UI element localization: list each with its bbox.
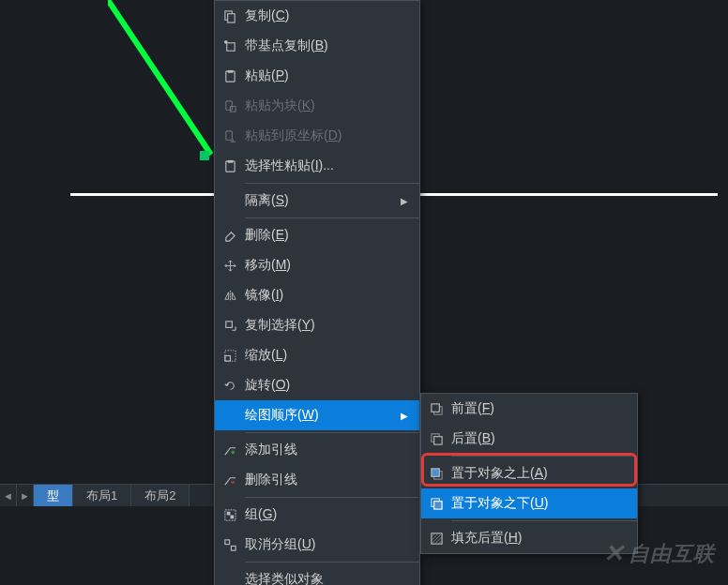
menu-move[interactable]: 移动(M) (215, 250, 419, 280)
menu-copy[interactable]: 复制(C) (215, 1, 419, 31)
add-leader-icon (215, 443, 245, 458)
menu-label: 删除引线 (245, 472, 408, 488)
menu-draw-order[interactable]: 绘图顺序(W) ▶ (215, 400, 419, 430)
menu-separator (245, 562, 419, 562)
watermark-x-icon: ✕ (603, 539, 625, 568)
menu-group[interactable]: 组(G) (215, 500, 419, 530)
menu-label: 隔离(S) (245, 192, 393, 209)
menu-label: 粘贴到原坐标(D) (245, 128, 408, 144)
svg-rect-9 (225, 130, 232, 139)
svg-rect-19 (224, 539, 229, 544)
svg-rect-28 (433, 501, 441, 508)
svg-rect-13 (224, 355, 230, 361)
menu-mirror[interactable]: 镜像(I) (215, 280, 419, 310)
menu-label: 复制选择(Y) (245, 317, 408, 334)
svg-rect-20 (231, 546, 235, 550)
group-icon (215, 508, 245, 522)
submenu-above-object[interactable]: 置于对象之上(A) (421, 458, 637, 488)
svg-rect-7 (225, 100, 232, 109)
below-object-icon (421, 497, 451, 511)
svg-rect-3 (226, 42, 234, 50)
menu-paste-orig: 粘贴到原坐标(D) (215, 121, 419, 151)
draw-order-submenu: 前置(F) 后置(B) 置于对象之上(A) 置于对象之下(U) 填充后置(H) (420, 393, 638, 554)
menu-scale[interactable]: 缩放(L) (215, 340, 419, 370)
menu-ungroup[interactable]: 取消分组(U) (215, 530, 419, 560)
copy-select-icon (215, 319, 245, 333)
svg-rect-26 (431, 468, 438, 475)
hatch-back-icon (421, 532, 451, 546)
move-icon (215, 259, 245, 273)
svg-rect-17 (226, 511, 230, 515)
rotate-icon (215, 379, 245, 393)
paste-icon (215, 69, 245, 83)
menu-label: 镜像(I) (245, 287, 408, 304)
menu-add-leader[interactable]: 添加引线 (215, 435, 419, 465)
menu-label: 删除(E) (245, 227, 408, 244)
menu-separator (451, 456, 637, 457)
mirror-icon (215, 289, 245, 303)
menu-label: 选择性粘贴(I)... (245, 158, 408, 174)
menu-select-similar[interactable]: 选择类似对象 (215, 564, 419, 585)
submenu-arrow-icon: ▶ (401, 196, 408, 206)
menu-isolate[interactable]: 隔离(S) ▶ (215, 186, 419, 216)
svg-rect-6 (227, 69, 233, 72)
watermark: ✕ 自由互联 (603, 539, 715, 568)
menu-paste[interactable]: 粘贴(P) (215, 61, 419, 91)
menu-label: 取消分组(U) (245, 536, 408, 553)
paste-special-icon (215, 159, 245, 173)
send-back-icon (421, 432, 451, 446)
menu-label: 带基点复制(B) (245, 38, 408, 54)
menu-separator (451, 520, 637, 521)
paste-orig-icon (215, 129, 245, 143)
menu-copy-select[interactable]: 复制选择(Y) (215, 310, 419, 340)
watermark-text: 自由互联 (629, 540, 715, 568)
svg-rect-22 (431, 403, 438, 411)
menu-separator (245, 218, 419, 218)
menu-label: 旋转(O) (245, 377, 408, 394)
menu-separator (245, 183, 419, 184)
menu-label: 移动(M) (245, 257, 408, 274)
submenu-send-back[interactable]: 后置(B) (421, 424, 637, 454)
menu-copy-basepoint[interactable]: 带基点复制(B) (215, 31, 419, 61)
svg-rect-2 (227, 13, 235, 22)
context-menu: 复制(C) 带基点复制(B) 粘贴(P) 粘贴为块(K) 粘贴到原坐标(D) 选… (214, 0, 420, 585)
tab-scroll-right[interactable]: ► (17, 485, 34, 506)
paste-block-icon (215, 99, 245, 113)
copy-base-icon (215, 39, 245, 53)
svg-rect-8 (230, 106, 235, 112)
svg-rect-12 (225, 321, 232, 327)
tab-layout1[interactable]: 布局1 (73, 485, 131, 506)
menu-delete[interactable]: 删除(E) (215, 220, 419, 250)
tab-layout2[interactable]: 布局2 (131, 485, 190, 506)
tab-scroll-left[interactable]: ◄ (0, 485, 17, 506)
menu-label: 绘图顺序(W) (245, 407, 393, 424)
submenu-bring-front[interactable]: 前置(F) (421, 394, 637, 424)
endpoint-grip[interactable] (200, 151, 209, 160)
svg-point-4 (223, 39, 227, 43)
menu-remove-leader[interactable]: 删除引线 (215, 465, 419, 495)
menu-rotate[interactable]: 旋转(O) (215, 370, 419, 400)
submenu-arrow-icon: ▶ (401, 411, 408, 421)
bring-front-icon (421, 402, 451, 416)
menu-paste-special[interactable]: 选择性粘贴(I)... (215, 151, 419, 181)
svg-rect-18 (230, 515, 234, 518)
menu-label: 选择类似对象 (245, 571, 408, 585)
menu-label: 前置(F) (451, 400, 626, 417)
menu-label: 置于对象之上(A) (451, 465, 626, 482)
menu-label: 组(G) (245, 506, 408, 523)
tab-model[interactable]: 型 (34, 485, 73, 506)
menu-label: 粘贴为块(K) (245, 98, 408, 114)
scale-icon (215, 349, 245, 363)
menu-label: 缩放(L) (245, 347, 408, 364)
menu-separator (245, 432, 419, 433)
submenu-below-object[interactable]: 置于对象之下(U) (421, 488, 637, 518)
copy-icon (215, 9, 245, 23)
above-object-icon (421, 467, 451, 481)
menu-label: 置于对象之下(U) (451, 495, 626, 512)
menu-label: 填充后置(H) (451, 530, 626, 547)
menu-label: 添加引线 (245, 442, 408, 458)
green-line-object[interactable] (108, 0, 230, 159)
svg-rect-24 (433, 436, 441, 443)
menu-label: 后置(B) (451, 430, 626, 447)
eraser-icon (215, 229, 245, 243)
